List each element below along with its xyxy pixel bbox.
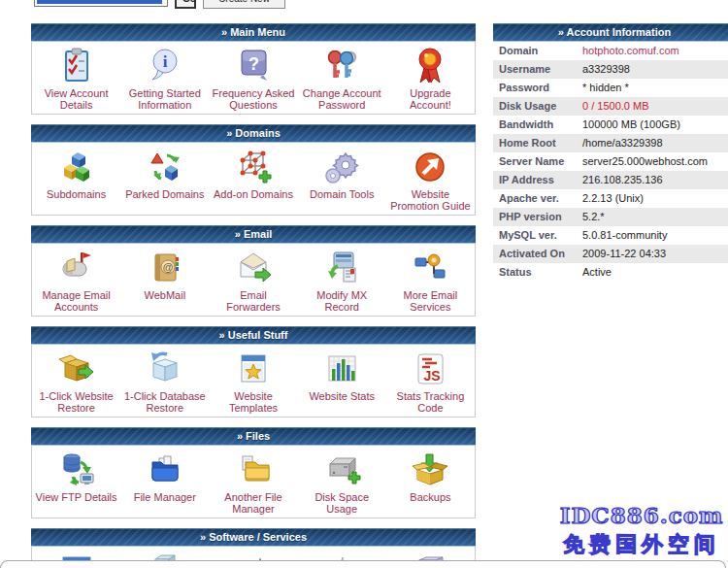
menu-item-label: Stats Tracking Code [386,390,475,414]
parked-domains-icon [120,148,209,188]
menu-item-more-email-services[interactable]: More Email Services [386,249,475,313]
menu-item-label: Domain Tools [298,188,386,200]
menu-sections: » Main MenuView Account DetailsiGetting … [31,23,476,568]
menu-item-view-ftp-details[interactable]: View FTP Details [32,451,120,503]
menu-item-label: Subdomains [32,188,120,200]
website-stats-icon [298,350,386,390]
menu-item-website-templates[interactable]: Website Templates [209,350,297,414]
account-row-label: MySQL ver. [493,226,582,245]
watermark-site-name: IDC886.com [558,502,725,528]
account-info-header: » Account Information [493,23,728,42]
section-header-email: » Email [31,225,476,244]
another-file-manager-icon [209,451,297,491]
account-row: Disk Usage0 / 1500.0 MB [493,97,728,116]
subdomains-icon [32,148,120,188]
menu-item-disk-space-usage[interactable]: Disk Space Usage [298,451,386,515]
menu-item-label: Website Stats [298,390,386,402]
menu-item-website-promotion-guide[interactable]: Website Promotion Guide [386,148,475,212]
menu-item-backups[interactable]: Backups [386,451,475,503]
svg-text:JS: JS [424,368,441,384]
disk-space-usage-icon [298,451,386,491]
menu-item-upgrade-account[interactable]: Upgrade Account! [386,47,475,111]
account-row: Server Nameserver25.000webhost.com [493,152,728,171]
menu-item-parked-domains[interactable]: Parked Domains [120,148,209,200]
account-row-label: PHP version [493,208,582,226]
menu-item-label: Website Templates [209,390,297,414]
one-click-database-restore-icon [120,350,209,390]
menu-item-label: View Account Details [32,87,120,111]
account-info-rows: Domainhotphoto.comuf.comUsernamea3329398… [493,42,728,282]
section-header-useful-stuff: » Useful Stuff [31,326,476,345]
menu-item-modify-mx-record[interactable]: Modify MX Record [298,249,386,313]
menu-item-label: 1-Click Website Restore [32,390,120,414]
backups-icon [386,451,475,491]
account-row-value: 5.2.* [582,208,605,226]
section-header-main-menu: » Main Menu [31,23,476,42]
menu-item-another-file-manager[interactable]: Another File Manager [209,451,297,515]
menu-item-label: View FTP Details [32,491,120,503]
account-row-value: a3329398 [582,60,630,79]
topbar: Go Create New [34,0,285,9]
menu-item-file-manager[interactable]: File Manager [120,451,209,503]
account-row-label: Domain [493,42,582,60]
section-box-files: View FTP DetailsFile ManagerAnother File… [31,446,476,518]
account-info-panel: » Account Information Domainhotphoto.com… [493,23,728,282]
account-row: Domainhotphoto.comuf.com [493,42,728,60]
account-row: MySQL ver.5.0.81-community [493,226,728,245]
section-email: » EmailManage Email Accounts@WebMailEmai… [31,225,476,317]
menu-item-label: Parked Domains [120,188,209,200]
menu-item-addon-domains[interactable]: Add-on Domains [209,148,297,200]
account-row: IP Address216.108.235.136 [493,171,728,189]
domain-input[interactable] [34,0,168,7]
menu-item-manage-email-accounts[interactable]: Manage Email Accounts [32,249,120,313]
menu-item-faq[interactable]: ?Frequency Asked Questions [209,47,297,111]
menu-item-one-click-website-restore[interactable]: 1-Click Website Restore [32,350,120,414]
more-email-services-icon [386,249,475,289]
menu-item-label: Change Account Password [298,87,386,111]
menu-item-website-stats[interactable]: Website Stats [298,350,386,402]
account-row-value: 0 / 1500.0 MB [582,97,649,116]
menu-item-label: Upgrade Account! [386,87,475,111]
account-row-label: Disk Usage [493,97,582,116]
account-row-label: Home Root [493,134,582,152]
view-account-details-icon [32,47,120,87]
menu-item-one-click-database-restore[interactable]: 1-Click Database Restore [120,350,209,414]
account-row-label: IP Address [493,171,582,189]
create-new-button[interactable]: Create New [203,0,285,9]
account-row: Home Root/home/a3329398 [493,134,728,152]
faq-icon: ? [209,47,297,87]
svg-text:i: i [162,52,167,71]
account-row: Apache ver.2.2.13 (Unix) [493,189,728,208]
menu-item-label: Frequency Asked Questions [209,87,297,111]
menu-item-view-account-details[interactable]: View Account Details [32,47,120,111]
menu-item-email-forwarders[interactable]: Email Forwarders [209,249,297,313]
menu-item-webmail[interactable]: @WebMail [120,249,209,301]
menu-item-getting-started-information[interactable]: iGetting Started Information [120,47,209,111]
go-button[interactable]: Go [175,0,196,9]
email-forwarders-icon [209,249,297,289]
menu-item-label: Add-on Domains [209,188,297,200]
file-manager-icon [120,451,209,491]
menu-item-stats-tracking-code[interactable]: JSStats Tracking Code [386,350,475,414]
modify-mx-record-icon [298,249,386,289]
account-row-value: 216.108.235.136 [582,171,663,189]
menu-item-label: Modify MX Record [298,289,386,313]
menu-item-label: Another File Manager [209,491,297,515]
account-row-value[interactable]: hotphoto.comuf.com [582,42,679,60]
upgrade-account-icon [386,47,475,87]
account-row-value: 100000 MB (100GB) [582,116,680,134]
menu-item-label: File Manager [120,491,209,503]
account-row-label: Apache ver. [493,189,582,208]
menu-item-subdomains[interactable]: Subdomains [32,148,120,200]
webmail-icon: @ [120,249,209,289]
account-row-label: Bandwidth [493,116,582,134]
menu-item-change-account-password[interactable]: Change Account Password [298,47,386,111]
footer-bar [0,560,726,568]
menu-item-domain-tools[interactable]: Domain Tools [298,148,386,200]
svg-text:@: @ [162,261,173,273]
account-row: StatusActive [493,263,728,282]
website-promotion-guide-icon [386,148,475,188]
selected-text-highlight [37,0,162,4]
menu-item-label: WebMail [120,289,209,301]
account-row: Usernamea3329398 [493,60,728,79]
